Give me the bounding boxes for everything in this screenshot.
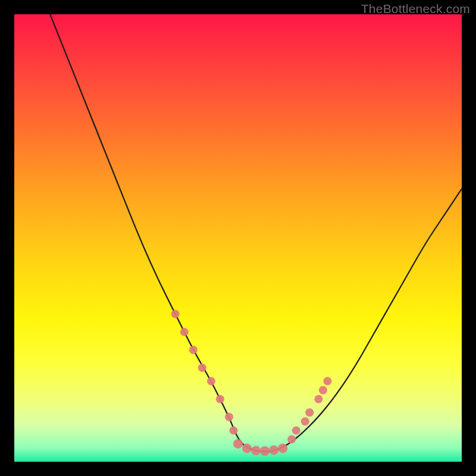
bead-marker [233, 439, 243, 449]
bead-marker [260, 446, 270, 456]
bead-marker [323, 377, 331, 386]
bead-marker [305, 408, 314, 416]
chart-stage: TheBottleneck.com [0, 0, 476, 476]
bead-marker [314, 395, 322, 403]
curve-svg [14, 14, 462, 462]
bead-marker [278, 443, 287, 453]
bead-marker [301, 417, 309, 425]
bead-group [171, 310, 332, 456]
bead-marker [251, 446, 261, 455]
bead-marker [207, 377, 215, 386]
bead-marker [225, 413, 233, 421]
bead-marker [216, 395, 224, 403]
bottleneck-curve [50, 14, 462, 452]
bead-marker [292, 426, 300, 434]
bead-marker [319, 386, 327, 394]
bead-marker [287, 435, 296, 443]
bead-marker [242, 443, 252, 453]
bead-marker [230, 426, 238, 434]
bead-marker [171, 310, 180, 318]
bead-marker [198, 364, 206, 372]
bead-marker [189, 346, 198, 354]
watermark-text: TheBottleneck.com [361, 2, 470, 16]
plot-area [14, 14, 462, 462]
bead-marker [269, 445, 278, 455]
bead-marker [180, 328, 189, 336]
